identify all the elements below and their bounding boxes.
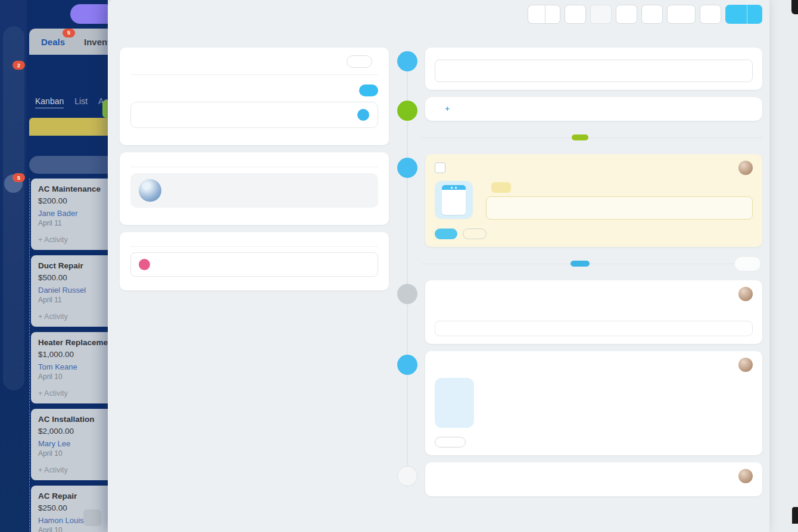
workspace-tab[interactable]: Inventory <box>74 31 108 53</box>
kanban-card-list: AC Maintenance $200.00 Jane Bader April … <box>29 179 108 532</box>
rail-item[interactable] <box>3 111 24 127</box>
rail-badge: 2 <box>13 61 25 70</box>
todo-input[interactable] <box>435 60 753 82</box>
deal-toolbar <box>528 5 762 24</box>
postpone-button[interactable] <box>463 229 487 239</box>
deadline-pill[interactable] <box>491 182 511 193</box>
rail-item[interactable] <box>3 272 24 288</box>
expand-icon <box>706 10 715 19</box>
chevron-down-icon <box>500 184 506 190</box>
client-contact-card[interactable] <box>130 102 378 128</box>
check-icon <box>403 289 412 299</box>
pencil-icon[interactable] <box>500 204 508 212</box>
complete-checkbox[interactable] <box>435 162 445 173</box>
rail-item[interactable] <box>3 240 24 256</box>
kanban-deal-card[interactable]: Duct Repair $500.00 Daniel Russel April … <box>31 255 108 327</box>
rail-item[interactable] <box>3 352 24 368</box>
ai-scoring-button[interactable] <box>347 55 372 68</box>
rail-item[interactable] <box>3 304 24 320</box>
chat-bubble-icon <box>403 57 412 66</box>
sales-intelligence-field[interactable] <box>130 252 378 277</box>
receive-payment-button[interactable] <box>359 85 378 96</box>
call-button[interactable] <box>565 5 586 24</box>
avatar[interactable] <box>738 358 753 372</box>
deal-content: + <box>108 40 769 481</box>
settings-button[interactable] <box>641 5 663 24</box>
document-button[interactable] <box>667 5 696 24</box>
mail-icon[interactable] <box>339 109 350 121</box>
planned-activity-card <box>425 154 762 247</box>
activity-subject[interactable] <box>486 196 753 220</box>
invite-to-chat-row[interactable]: + <box>425 97 762 121</box>
gear-icon <box>647 10 657 19</box>
more-actions-icon[interactable] <box>743 229 753 239</box>
about-section <box>120 48 389 145</box>
extensions-split-button <box>528 5 560 24</box>
workspace-tabs: Deals 5 Inventory <box>29 29 108 55</box>
rail-item[interactable] <box>3 336 24 352</box>
view-tab[interactable]: List <box>74 96 88 108</box>
extensions-button[interactable] <box>528 5 545 24</box>
rail-item[interactable] <box>3 256 24 272</box>
chat-button[interactable] <box>616 5 637 24</box>
more-section <box>120 232 389 290</box>
rail-item[interactable]: 5 <box>3 176 24 192</box>
rail-item[interactable] <box>3 224 24 240</box>
edit-title-icon[interactable] <box>124 7 133 15</box>
avatar[interactable] <box>738 161 753 175</box>
rail-item[interactable]: 2 <box>3 63 24 79</box>
tab-badge: 5 <box>63 29 75 37</box>
avatar[interactable] <box>738 287 753 301</box>
rail-item[interactable] <box>3 288 24 304</box>
rail-item[interactable] <box>3 320 24 336</box>
kanban-deal-card[interactable]: Heater Replacement $1,000.00 Tom Keane A… <box>31 332 108 403</box>
fullscreen-button[interactable] <box>700 5 721 24</box>
filter-button[interactable] <box>734 256 761 271</box>
rail-item[interactable] <box>3 368 24 384</box>
kanban-deal-card[interactable]: AC Maintenance $200.00 Jane Bader April … <box>31 179 108 250</box>
phone-icon[interactable] <box>320 109 332 121</box>
screen-corner-artifact <box>791 0 798 14</box>
quote-caret-button[interactable] <box>747 5 762 24</box>
email-button[interactable] <box>590 5 612 24</box>
copy-link-icon[interactable] <box>138 7 146 15</box>
extensions-caret-button[interactable] <box>545 5 560 24</box>
kanban-deal-card[interactable]: AC Installation $2,000.00 Mary Lee April… <box>31 409 108 480</box>
rail-item[interactable] <box>3 79 24 95</box>
quick-deal-button[interactable] <box>29 156 108 174</box>
grip-icon <box>88 514 96 522</box>
workspace-tab[interactable]: Deals 5 <box>32 31 74 53</box>
comment-icon[interactable] <box>724 437 734 447</box>
rail-item[interactable] <box>3 95 24 111</box>
deals-page-title <box>35 63 52 74</box>
quote-button[interactable] <box>725 5 747 24</box>
chat-icon <box>622 10 631 19</box>
open-document-button[interactable] <box>435 437 466 447</box>
rail-item[interactable] <box>3 143 24 159</box>
screen-corner-artifact <box>792 507 798 524</box>
chevron-down-icon <box>751 10 759 19</box>
comment-icon[interactable] <box>724 229 734 239</box>
kanban-scroll-button[interactable] <box>83 509 101 526</box>
more-actions-icon[interactable] <box>743 437 753 447</box>
document-preview-icon[interactable] <box>435 378 474 428</box>
quote-split-button <box>725 5 762 24</box>
product-row[interactable] <box>130 173 378 208</box>
print-icon[interactable] <box>706 437 716 447</box>
messenger-icon[interactable] <box>357 109 369 121</box>
rail-item[interactable] <box>3 208 24 224</box>
rail-item[interactable] <box>3 192 24 208</box>
rail-item[interactable] <box>3 127 24 143</box>
rail-item[interactable] <box>3 31 24 47</box>
rail-badge: 5 <box>13 173 25 182</box>
avatar[interactable] <box>738 469 753 483</box>
hamburger-menu-icon[interactable] <box>8 9 20 21</box>
timeline-tab-bar <box>435 54 753 55</box>
completed-button[interactable] <box>435 229 457 239</box>
kanban-column-header[interactable] <box>29 118 108 136</box>
activity-subject[interactable] <box>435 321 753 336</box>
favorite-star-icon[interactable] <box>41 63 52 74</box>
close-icon[interactable] <box>79 11 85 17</box>
rail-icon-group: 2 <box>3 26 24 390</box>
view-tab[interactable]: Kanban <box>35 96 64 108</box>
